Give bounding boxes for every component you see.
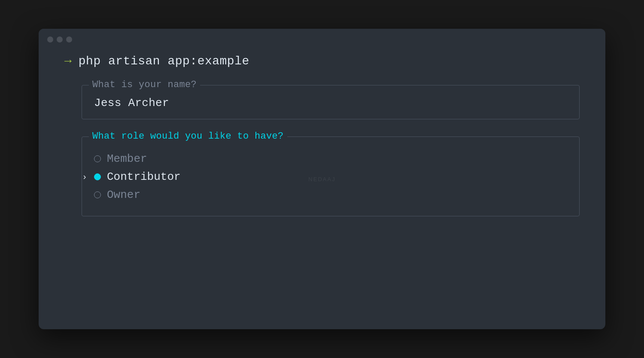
close-dot	[47, 36, 53, 42]
option-owner-label: Owner	[107, 188, 140, 201]
role-prompt-box: What role would you like to have? Member…	[82, 137, 580, 216]
role-prompt-label: What role would you like to have?	[89, 131, 287, 142]
name-answer: Jess Archer	[94, 97, 567, 109]
titlebar	[39, 29, 605, 50]
minimize-dot	[57, 36, 63, 42]
name-prompt-box: What is your name? Jess Archer	[82, 85, 580, 119]
name-prompt-label: What is your name?	[89, 79, 200, 90]
terminal-window: → php artisan app:example What is your n…	[39, 29, 605, 329]
option-owner[interactable]: Owner	[94, 186, 567, 204]
radio-owner	[94, 191, 101, 198]
prompt-arrow: →	[64, 55, 72, 68]
option-member[interactable]: Member	[94, 150, 567, 168]
radio-contributor	[94, 173, 101, 180]
chevron-icon: ›	[82, 172, 87, 182]
role-options-list: Member › Contributor Owner	[94, 150, 567, 204]
command-line: → php artisan app:example	[64, 55, 580, 68]
radio-member	[94, 155, 101, 162]
terminal-content: → php artisan app:example What is your n…	[39, 50, 605, 251]
option-contributor[interactable]: › Contributor	[94, 168, 567, 186]
option-contributor-label: Contributor	[107, 170, 181, 183]
option-member-label: Member	[107, 152, 147, 165]
traffic-lights	[47, 36, 72, 42]
maximize-dot	[66, 36, 72, 42]
command-text: php artisan app:example	[79, 55, 249, 68]
